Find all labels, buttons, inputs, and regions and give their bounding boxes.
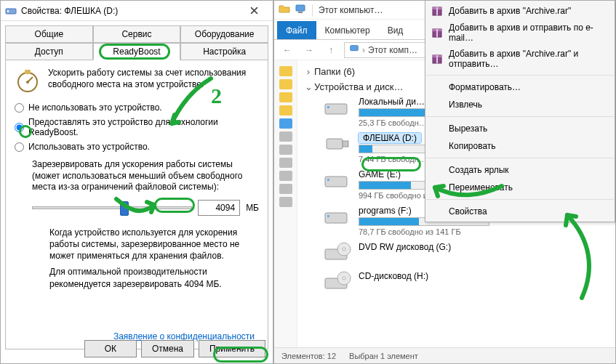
group-folders-label: Папки (6) <box>314 66 355 77</box>
svg-rect-9 <box>327 106 329 108</box>
context-item-label: Вырезать <box>449 124 487 134</box>
back-button[interactable]: ← <box>279 42 296 58</box>
breadcrumb-text: Этот комп… <box>368 45 417 55</box>
apply-button[interactable]: Применить <box>199 340 265 357</box>
intro-text: Ускорить работу системы за счет использо… <box>48 68 259 94</box>
svg-rect-5 <box>296 5 305 11</box>
drive-name: ФЛЕШКА (D:) <box>359 133 421 143</box>
tab-general[interactable]: Общие <box>5 25 93 43</box>
context-item-label: Переименовать <box>449 182 513 193</box>
ribbon-tab-file[interactable]: Файл <box>277 21 316 39</box>
cancel-button[interactable]: Отмена <box>141 340 194 357</box>
context-item-label: Добавить в архив и отправить по e-mail… <box>449 23 600 43</box>
context-separator <box>426 199 614 200</box>
blank-icon <box>431 182 443 193</box>
ribbon-tab-computer[interactable]: Компьютер <box>316 21 379 39</box>
radio-group: Не использовать это устройство. Предоста… <box>15 102 259 152</box>
radio-use-input[interactable] <box>15 142 24 152</box>
drive-icon <box>322 271 351 294</box>
close-button[interactable] <box>239 1 268 20</box>
tab-service[interactable]: Сервис <box>93 25 181 43</box>
radio-dont-use-input[interactable] <box>15 103 24 113</box>
svg-rect-10 <box>327 139 343 149</box>
context-item[interactable]: Переименовать <box>425 179 615 196</box>
svg-rect-3 <box>25 70 31 74</box>
context-item-label: Добавить в архив "Archive.rar" и отправи… <box>449 49 600 69</box>
context-item-label: Форматировать… <box>449 82 521 92</box>
tab-body: Ускорить работу системы за счет использо… <box>5 60 268 349</box>
archive-icon <box>431 5 443 17</box>
tab-readyboost[interactable]: ReadyBoost <box>93 43 181 60</box>
drive-name: CD-дисковод (H:) <box>359 271 609 281</box>
context-item[interactable]: Извлечь <box>425 96 615 113</box>
svg-rect-13 <box>327 179 329 181</box>
radio-dedicate-label: Предоставлять это устройство для техноло… <box>28 117 259 137</box>
tab-hardware[interactable]: Оборудование <box>180 25 268 43</box>
tab-strip: Общие Сервис Оборудование Доступ ReadyBo… <box>1 21 273 60</box>
group-devices-label: Устройства и диск… <box>314 81 404 92</box>
drive-name: DVD RW дисковод (G:) <box>359 242 609 252</box>
context-separator <box>426 116 614 117</box>
tab-sharing[interactable]: Доступ <box>5 43 93 60</box>
drive-item[interactable]: DVD RW дисковод (G:) <box>322 242 609 265</box>
computer-small-icon <box>295 3 306 17</box>
reserve-value-input[interactable] <box>198 200 240 216</box>
svg-rect-8 <box>325 104 347 114</box>
reserve-note2: Для оптимальной производительности реком… <box>49 266 259 289</box>
context-item[interactable]: Форматировать… <box>425 78 615 96</box>
drive-item[interactable]: CD-дисковод (H:) <box>322 271 609 294</box>
drive-icon <box>322 169 351 193</box>
radio-dont-use[interactable]: Не использовать это устройство. <box>15 102 259 113</box>
ribbon-tab-view[interactable]: Вид <box>379 21 412 39</box>
mb-unit: МБ <box>246 203 259 213</box>
context-item[interactable]: Добавить в архив "Archive.rar" <box>425 2 615 20</box>
archive-icon <box>431 27 443 39</box>
context-item[interactable]: Вырезать <box>425 120 615 137</box>
svg-rect-14 <box>325 213 347 223</box>
context-item-label: Свойства <box>449 206 487 217</box>
context-item[interactable]: Копировать <box>425 137 615 155</box>
reserve-note1: Когда устройство используется для ускоре… <box>49 227 259 262</box>
context-item-label: Извлечь <box>449 100 482 110</box>
svg-rect-24 <box>436 7 438 15</box>
tab-customize[interactable]: Настройка <box>180 43 268 60</box>
svg-rect-6 <box>298 12 303 13</box>
ok-button[interactable]: ОК <box>84 340 137 357</box>
readyboost-icon <box>15 68 41 94</box>
radio-dedicate[interactable]: Предоставлять это устройство для техноло… <box>15 117 259 137</box>
drive-icon <box>322 133 351 156</box>
svg-rect-1 <box>7 10 9 12</box>
forward-button[interactable]: → <box>300 42 318 58</box>
blank-icon <box>431 81 443 93</box>
dialog-title: Свойства: ФЛЕШКА (D:) <box>21 6 239 16</box>
svg-point-21 <box>343 277 345 280</box>
context-item[interactable]: Создать ярлык <box>425 161 615 179</box>
svg-rect-30 <box>436 55 438 63</box>
svg-rect-27 <box>436 29 438 37</box>
reserve-slider[interactable] <box>32 199 192 217</box>
properties-dialog: Свойства: ФЛЕШКА (D:) Общие Сервис Обору… <box>0 0 273 364</box>
folder-icon <box>279 3 290 17</box>
nav-pane[interactable] <box>274 60 297 347</box>
context-item[interactable]: Добавить в архив и отправить по e-mail… <box>425 20 615 46</box>
blank-icon <box>431 140 443 152</box>
radio-use-label: Использовать это устройство. <box>28 142 150 152</box>
context-separator <box>426 158 614 158</box>
radio-use[interactable]: Использовать это устройство. <box>15 142 259 152</box>
context-item-label: Добавить в архив "Archive.rar" <box>449 6 571 16</box>
svg-point-18 <box>343 248 345 251</box>
svg-point-4 <box>26 81 29 84</box>
radio-dedicate-input[interactable] <box>15 123 24 132</box>
pc-icon <box>349 44 359 56</box>
drive-icon <box>322 242 351 265</box>
drive-icon <box>322 206 351 229</box>
context-item[interactable]: Добавить в архив "Archive.rar" и отправи… <box>425 46 615 72</box>
svg-rect-7 <box>351 46 359 51</box>
svg-rect-15 <box>327 215 329 217</box>
dialog-titlebar[interactable]: Свойства: ФЛЕШКА (D:) <box>1 1 273 21</box>
svg-rect-12 <box>325 177 347 187</box>
context-item-label: Создать ярлык <box>449 165 509 175</box>
up-button[interactable]: ↑ <box>322 42 340 58</box>
drive-icon <box>5 5 17 17</box>
context-item[interactable]: Свойства <box>425 203 615 220</box>
